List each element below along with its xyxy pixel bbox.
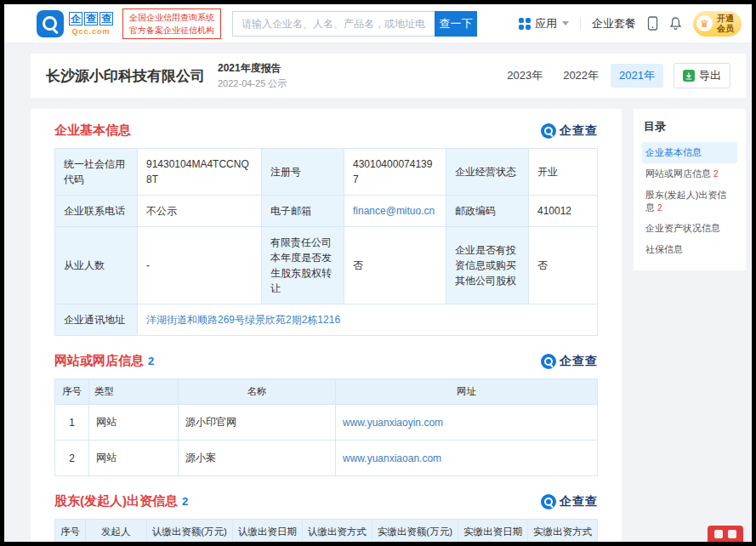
logo-char: 企 (69, 12, 82, 26)
qcc-watermark-text: 企查查 (560, 494, 598, 509)
export-icon (683, 70, 695, 82)
field-label: 邮政编码 (446, 196, 529, 227)
qcc-watermark: 企查查 (541, 494, 598, 509)
crown-icon: ♛ (696, 15, 713, 31)
logo-char: 查 (99, 12, 113, 26)
qcc-logo-icon (541, 494, 556, 509)
section-count: 2 (148, 355, 154, 367)
search-bar: 查一下 (232, 11, 477, 37)
slogan-badge: 全国企业信用查询系统 官方备案企业征信机构 (122, 9, 221, 39)
nav-enterprise-package[interactable]: 企业套餐 (592, 16, 636, 31)
field-label: 电子邮箱 (262, 196, 344, 227)
section-title: 企业基本信息 (54, 122, 131, 139)
field-value: - (138, 227, 262, 304)
field-value: 洋湖街道和顺路269号绿景欣苑2期2栋1216 (138, 304, 598, 336)
divider (580, 17, 581, 30)
section-header: 企业基本信息 企查查 (54, 122, 598, 139)
mobile-icon[interactable] (647, 16, 658, 31)
cell-link[interactable]: www.yuanxiaoan.com (343, 452, 441, 464)
field-label: 注册号 (262, 149, 344, 196)
field-label: 企业联系电话 (55, 196, 138, 227)
nav-app[interactable]: 应用 (519, 16, 569, 31)
export-button[interactable]: 导出 (674, 63, 730, 88)
column-header: 实缴出资额(万元) (372, 520, 458, 545)
year-tab[interactable]: 2022年 (554, 64, 607, 88)
websites-table: 序号类型名称网址 1网站源小印官网www.yuanxiaoyin.com2网站源… (54, 378, 598, 476)
toc-item[interactable]: 社保信息 (642, 239, 737, 260)
column-header: 实缴出资日期 (458, 520, 528, 545)
table-cell: 网站 (89, 441, 179, 476)
publish-date: 2022-04-25 公示 (218, 77, 287, 90)
toc-item-label: 网站或网店信息 (645, 168, 711, 179)
column-header: 序号 (55, 379, 89, 405)
qcc-watermark-text: 企查查 (560, 354, 598, 369)
field-label: 企业通讯地址 (55, 304, 138, 336)
field-value: 410012 (529, 196, 598, 227)
section-websites: 网站或网店信息 2 企查查 序号类型名称网址 1网站源小印官网www.yuanx… (54, 353, 598, 476)
toc-list: 企业基本信息网站或网店信息2股东(发起人)出资信息2企业资产状况信息社保信息 (642, 142, 737, 260)
field-value: 否 (529, 227, 598, 304)
qcc-watermark: 企查查 (541, 354, 598, 369)
field-label: 统一社会信用代码 (55, 149, 138, 196)
nav-app-label: 应用 (535, 16, 557, 31)
toc-sidebar: 目录 企业基本信息网站或网店信息2股东(发起人)出资信息2企业资产状况信息社保信… (634, 109, 746, 270)
table-cell: www.yuanxiaoan.com (336, 441, 598, 476)
section-shareholders: 股东(发起人)出资信息 2 企查查 序号发起人认缴出资额(万元)认缴出资日期认缴… (54, 493, 598, 546)
report-meta: 2021年度报告 2022-04-25 公示 (218, 61, 287, 90)
toc-item-label: 企业资产状况信息 (645, 223, 720, 233)
section-count: 2 (182, 495, 188, 508)
column-header: 发起人 (86, 520, 147, 545)
vip-button[interactable]: ♛ 开通会员 (693, 11, 742, 37)
qcc-logo-icon (37, 10, 64, 37)
year-tabs: 2023年2022年2021年 (498, 64, 663, 88)
table-row: 企业通讯地址洋湖街道和顺路269号绿景欣苑2期2栋1216 (55, 304, 598, 336)
bell-icon[interactable] (669, 16, 682, 31)
field-value-link[interactable]: finance@mituo.cn (353, 205, 435, 217)
logo-domain: Qcc.com (69, 27, 113, 36)
toc-item[interactable]: 网站或网店信息2 (642, 163, 737, 185)
toc-item[interactable]: 企业资产状况信息 (642, 218, 737, 239)
qcc-watermark-text: 企查查 (560, 123, 598, 139)
table-cell: 源小案 (179, 441, 336, 476)
top-nav: 应用 企业套餐 ♛ 开通会员 (519, 11, 752, 37)
section-title: 网站或网店信息 (54, 353, 144, 369)
top-header: 企查查 Qcc.com 全国企业信用查询系统 官方备案企业征信机构 查一下 应用… (4, 4, 752, 43)
slogan-line1: 全国企业信用查询系统 (129, 11, 214, 24)
column-header: 序号 (55, 520, 86, 545)
year-tab[interactable]: 2023年 (498, 64, 551, 88)
report-title-bar: 长沙源小印科技有限公司 2021年度报告 2022-04-25 公示 2023年… (31, 54, 746, 98)
toc-item[interactable]: 企业基本信息 (642, 142, 737, 163)
section-title: 股东(发起人)出资信息 (54, 493, 178, 509)
table-cell: 源小印官网 (179, 405, 336, 441)
qcc-logo[interactable]: 企查查 Qcc.com (37, 10, 113, 37)
section-header: 网站或网店信息 2 企查查 (54, 353, 598, 369)
qcc-logo-icon (541, 123, 556, 139)
field-value: 不公示 (138, 196, 262, 227)
vip-label: 开通会员 (717, 14, 734, 34)
toc-item[interactable]: 股东(发起人)出资信息2 (642, 185, 737, 219)
field-label: 从业人数 (55, 227, 138, 304)
shareholders-table: 序号发起人认缴出资额(万元)认缴出资日期认缴出资方式实缴出资额(万元)实缴出资日… (54, 519, 598, 546)
table-row: 从业人数-有限责任公司本年度是否发生股东股权转让否企业是否有投资信息或购买其他公… (55, 227, 598, 304)
toc-title: 目录 (642, 119, 737, 134)
field-value: 91430104MA4TCCNQ8T (138, 149, 262, 196)
slogan-line2: 官方备案企业征信机构 (129, 24, 214, 37)
logo-chars: 企查查 (69, 12, 113, 26)
field-value: 430104000741397 (344, 149, 446, 196)
search-button[interactable]: 查一下 (435, 11, 477, 37)
section-header: 股东(发起人)出资信息 2 企查查 (54, 493, 598, 509)
report-main: 企业基本信息 企查查 统一社会信用代码91430104MA4TCCNQ8T注册号… (31, 109, 622, 546)
shareholders-head: 序号发起人认缴出资额(万元)认缴出资日期认缴出资方式实缴出资额(万元)实缴出资日… (55, 520, 598, 545)
table-cell: 网站 (89, 405, 179, 441)
search-input[interactable] (232, 11, 435, 37)
content-row: 企业基本信息 企查查 统一社会信用代码91430104MA4TCCNQ8T注册号… (31, 109, 746, 546)
field-value-link[interactable]: 洋湖街道和顺路269号绿景欣苑2期2栋1216 (146, 314, 340, 326)
field-value: finance@mituo.cn (344, 196, 446, 227)
table-row: 统一社会信用代码91430104MA4TCCNQ8T注册号43010400074… (55, 149, 598, 196)
column-header: 认缴出资日期 (232, 520, 302, 545)
year-tab[interactable]: 2021年 (611, 64, 663, 88)
column-header: 名称 (179, 379, 336, 405)
export-label: 导出 (699, 68, 721, 83)
cell-link[interactable]: www.yuanxiaoyin.com (343, 417, 443, 429)
qcc-watermark: 企查查 (541, 123, 598, 139)
